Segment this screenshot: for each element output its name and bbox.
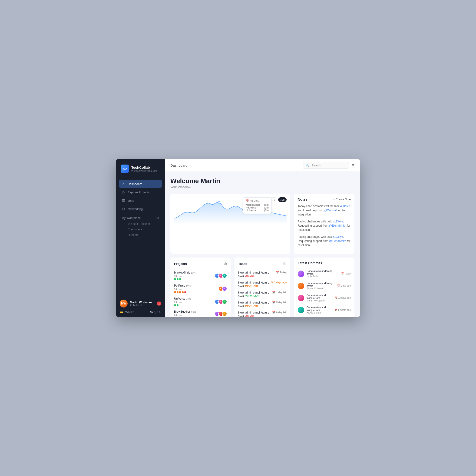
welcome-section: Welcome Martin Your Workflow (170, 177, 355, 189)
commit-item[interactable]: Code review and fixing errors Abram Culh… (298, 280, 351, 292)
add-task-button[interactable]: ⊕ (283, 261, 287, 266)
project-item[interactable]: UniVerse 35% 2 tasks JAM (174, 295, 227, 308)
logo-area: </> TechCollab Project collaborating app (116, 159, 165, 178)
top-bar: Dashboard 🔍 ≡ (165, 159, 360, 172)
logo-icon: </> (121, 165, 129, 173)
sidebar: </> TechCollab Project collaborating app… (116, 159, 165, 317)
add-project-button[interactable]: ⊕ (224, 261, 227, 266)
jobs-icon: ☰ (121, 199, 125, 203)
task-item[interactable]: New admin panel feature v1.22 IMPORTANT … (238, 299, 287, 309)
app-subtitle: Project collaborating app (131, 170, 157, 172)
main-content: Dashboard 🔍 ≡ Welcome Martin Your Workfl… (165, 159, 360, 317)
filter-30d[interactable]: 30d (278, 197, 287, 202)
task-item[interactable]: New admin panel feature v1.22 IMPORTANT … (238, 279, 287, 289)
tooltip-date: 📅09 MAR (246, 199, 269, 203)
tasks-list: New admin panel feature v1.22 URGENT 📅 T… (238, 269, 287, 317)
dashboard-grid: 1d 7d 30d 📅09 MAR MarketMinds (5h) (170, 194, 355, 254)
user-row: MW Martin Workman AI Architect 2 (120, 300, 161, 307)
sidebar-item-explore-projects[interactable]: ◎ Explore Projects (119, 188, 162, 196)
wallet-label: Wallet (125, 310, 134, 314)
sidebar-item-dashboard[interactable]: ⌂ Dashboard (119, 180, 162, 188)
project-item[interactable]: MarketMinds 10% 3 tasks JAR (174, 269, 227, 282)
task-item[interactable]: New admin panel feature v1.22 NOT URGENT… (238, 289, 287, 299)
svg-point-0 (218, 202, 220, 203)
commit-item[interactable]: Code review and fixing errors Haylie Man… (298, 304, 351, 316)
notes-title: Notes (298, 197, 307, 201)
bottom-grid: Projects ⊕ MarketMinds 10% 3 tasks JAR P… (170, 257, 355, 317)
wallet-amount: $23,755 (150, 310, 161, 314)
notes-header: Notes + Create Note (298, 197, 351, 201)
my-workplace-section: My Workplace ⊕ (119, 213, 162, 221)
tooltip-item-1: PetPulse (12h) (246, 206, 269, 209)
notes-card: Notes + Create Note Today I had obstacle… (294, 194, 355, 254)
projects-card: Projects ⊕ MarketMinds 10% 3 tasks JAR P… (170, 257, 231, 317)
search-input[interactable] (311, 164, 346, 167)
user-name: Martin Workman (130, 301, 154, 304)
page-title: Dashboard (170, 163, 187, 167)
commit-item[interactable]: Code review and fixing errors Maren Kors… (298, 292, 351, 304)
sidebar-item-creacoders[interactable]: Creacoders (119, 227, 162, 232)
sidebar-item-networking[interactable]: ⬡ Networking (119, 205, 162, 213)
menu-icon[interactable]: ≡ (352, 163, 355, 168)
search-icon: 🔍 (306, 163, 310, 167)
commits-list: Code review and fixing errors Lydia Sari… (298, 268, 351, 317)
explore-icon: ◎ (121, 190, 125, 194)
add-workplace-button[interactable]: ⊕ (156, 216, 159, 220)
projects-title: Projects (174, 262, 187, 266)
project-item[interactable]: PetPulse 80% 5 tasks PK (174, 282, 227, 295)
tooltip-item-2: UniVerse (8h) (246, 209, 269, 212)
projects-list: MarketMinds 10% 3 tasks JAR PetPulse 80%… (174, 269, 227, 317)
tasks-card: Tasks ⊕ New admin panel feature v1.22 UR… (235, 257, 290, 317)
commit-item[interactable]: Code review and fixing errors Lydia Sari… (298, 268, 351, 280)
note-item-1: Facing challenges with task #123xyz. Req… (298, 220, 351, 232)
commits-card: Latest Commits Code review and fixing er… (294, 257, 355, 317)
chart-tooltip: 📅09 MAR MarketMinds (5h) PetPulse (12h) … (243, 197, 272, 214)
network-icon: ⬡ (121, 207, 125, 211)
welcome-title: Welcome Martin (170, 177, 355, 185)
wallet-icon: 💳 (120, 310, 123, 314)
create-note-button[interactable]: + Create Note (333, 198, 351, 201)
task-item[interactable]: New admin panel feature v1.22 URGENT 📅 T… (238, 269, 287, 279)
commit-item[interactable]: Code review and fixing errors Terry Schl… (298, 316, 351, 317)
home-icon: ⌂ (121, 182, 125, 186)
search-box[interactable]: 🔍 (303, 162, 349, 169)
project-item[interactable]: BrewBuddies 56% 0 tasks KTH (174, 308, 227, 317)
note-item-0: Today I had obstacles wit the task #00di… (298, 204, 351, 217)
workflow-label: Your Workflow (170, 185, 355, 189)
task-item[interactable]: New admin panel feature v1.22 URGENT 📅 8… (238, 309, 287, 317)
wallet-row: 💳 Wallet $23,755 (120, 310, 161, 314)
sidebar-item-flubbers[interactable]: Flubbers (119, 232, 162, 238)
tasks-title: Tasks (238, 262, 247, 266)
sidebar-nav: ⌂ Dashboard ◎ Explore Projects ☰ Jobs ⬡ … (116, 178, 165, 296)
user-role: AI Architect (130, 304, 154, 306)
notification-badge[interactable]: 2 (157, 302, 161, 306)
note-item-2: Facing challenges with task #123xyz. Req… (298, 235, 351, 247)
sidebar-item-nft[interactable]: 24k NFT - Income (119, 221, 162, 227)
sidebar-bottom: MW Martin Workman AI Architect 2 💳 Walle… (116, 296, 165, 317)
avatar: MW (120, 300, 128, 307)
tooltip-item-0: MarketMinds (5h) (246, 203, 269, 206)
chart-card: 1d 7d 30d 📅09 MAR MarketMinds (5h) (170, 194, 290, 254)
app-name: TechCollab (131, 166, 157, 170)
content-area: Welcome Martin Your Workflow 1d 7d 30d 📅… (165, 172, 360, 317)
sidebar-item-jobs[interactable]: ☰ Jobs (119, 197, 162, 204)
commits-title: Latest Commits (298, 261, 322, 265)
